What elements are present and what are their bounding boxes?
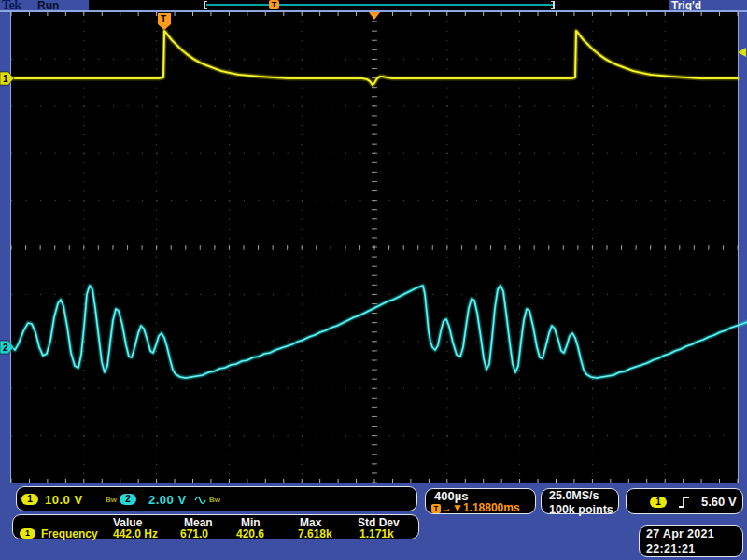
datetime-box: 27 Apr 2021 22:21:21 (639, 525, 743, 557)
record-view-bar: T (89, 0, 669, 10)
timebase-delay: T→▼1.18800ms (431, 501, 520, 514)
ch1-scale: 10.0 V (45, 493, 83, 507)
acquisition-box: 25.0MS/s 100k points (541, 488, 619, 514)
sample-rate: 25.0MS/s (542, 489, 618, 503)
graticule (10, 11, 739, 483)
delay-value: 1.18800ms (463, 501, 520, 514)
meas-min: 420.6 (236, 527, 264, 540)
trigger-source-badge: 1 (650, 497, 667, 508)
timebase-box: 400µs T→▼1.18800ms (425, 488, 536, 514)
ch2-ac-coupling-icon (194, 496, 206, 505)
meas-max: 7.618k (298, 527, 332, 540)
ch1-badge: 1 (21, 494, 38, 505)
delay-point-icon: ▼ (452, 501, 463, 514)
svg-text:1: 1 (3, 74, 8, 84)
record-view-window (206, 4, 554, 6)
record-left-bracket-icon (204, 1, 207, 9)
measurement-box: Value Mean Min Max Std Dev 1 Frequency 4… (12, 514, 419, 539)
meas-source-badge: 1 (20, 528, 35, 539)
date: 27 Apr 2021 (640, 526, 742, 541)
trigger-box: 1 5.60 V (626, 488, 743, 514)
rising-edge-icon (678, 495, 691, 510)
time: 22:21:21 (640, 541, 742, 556)
meas-name: Frequency (41, 527, 98, 540)
svg-text:2: 2 (3, 343, 8, 353)
delay-trigger-icon: T (431, 504, 441, 513)
ch2-badge: 2 (120, 494, 136, 505)
ch2-bandwidth-icon: Bw (209, 496, 220, 504)
record-length: 100k points (542, 503, 618, 517)
ch2-scale: 2.00 V (148, 493, 187, 507)
delay-arrow-icon: → (441, 501, 452, 514)
trigger-level: 5.60 V (701, 495, 737, 509)
channel-readout-box: 1 10.0 V Bw 2 2.00 V Bw (16, 486, 417, 511)
top-bar: Tek Run T Trig'd (0, 0, 747, 11)
ch1-bandwidth-icon: Bw (106, 496, 117, 504)
meas-mean: 671.0 (180, 527, 208, 540)
record-right-bracket-icon (551, 1, 555, 9)
meas-value: 442.0 Hz (113, 527, 158, 540)
meas-stddev: 1.171k (359, 527, 394, 540)
record-trigger-marker-icon: T (269, 0, 279, 9)
